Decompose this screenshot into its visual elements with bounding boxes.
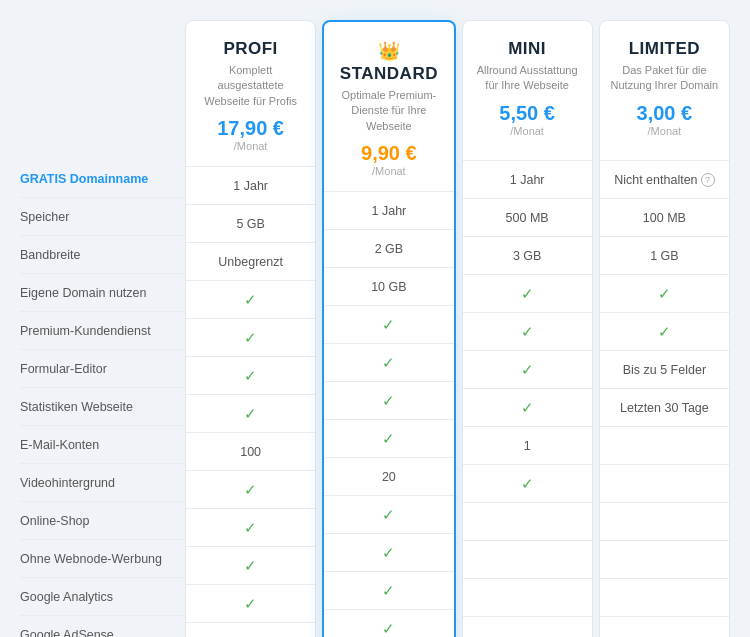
- plan-cell-mini-2: 3 GB: [463, 237, 592, 275]
- plan-cell-mini-5: ✓: [463, 351, 592, 389]
- check-icon: ✓: [382, 620, 395, 637]
- info-icon[interactable]: ?: [701, 173, 715, 187]
- plan-cell-limited-4: ✓: [600, 313, 729, 351]
- plan-period: /Monat: [372, 165, 406, 177]
- plan-name: MINI: [508, 39, 546, 59]
- plan-price: 17,90 €: [217, 117, 284, 140]
- plan-cell-profi-6: ✓: [186, 395, 315, 433]
- feature-label: Speicher: [20, 198, 185, 236]
- plan-cell-limited-7: [600, 427, 729, 465]
- plans-area: PROFIKomplett ausgestattete Webseite für…: [185, 20, 730, 637]
- plan-cell-profi-7: 100: [186, 433, 315, 471]
- check-icon: ✓: [658, 285, 671, 303]
- plan-cell-standard-2: 10 GB: [324, 268, 453, 306]
- check-icon: ✓: [658, 323, 671, 341]
- plan-cell-profi-9: ✓: [186, 509, 315, 547]
- plan-cell-profi-10: ✓: [186, 547, 315, 585]
- plan-cell-standard-5: ✓: [324, 382, 453, 420]
- check-icon: ✓: [521, 285, 534, 303]
- check-icon: ✓: [244, 519, 257, 537]
- check-icon: ✓: [244, 367, 257, 385]
- plan-cell-standard-1: 2 GB: [324, 230, 453, 268]
- plan-cell-profi-3: ✓: [186, 281, 315, 319]
- plan-cell-standard-6: ✓: [324, 420, 453, 458]
- plan-period: /Monat: [234, 140, 268, 152]
- check-icon: ✓: [382, 430, 395, 448]
- plan-period: /Monat: [648, 125, 682, 137]
- feature-label: Online-Shop: [20, 502, 185, 540]
- feature-label: Formular-Editor: [20, 350, 185, 388]
- check-icon: ✓: [521, 361, 534, 379]
- plan-limited: LIMITEDDas Paket für die Nutzung Ihrer D…: [599, 20, 730, 637]
- plan-period: /Monat: [510, 125, 544, 137]
- check-icon: ✓: [382, 544, 395, 562]
- check-icon: ✓: [244, 595, 257, 613]
- plan-cell-standard-7: 20: [324, 458, 453, 496]
- plan-cell-profi-1: 5 GB: [186, 205, 315, 243]
- plan-cell-limited-0: Nicht enthalten?: [600, 161, 729, 199]
- check-icon: ✓: [382, 582, 395, 600]
- pricing-table: GRATIS DomainnameSpeicherBandbreiteEigen…: [20, 20, 730, 637]
- plan-name: STANDARD: [340, 64, 438, 84]
- plan-cell-limited-1: 100 MB: [600, 199, 729, 237]
- plan-cell-profi-5: ✓: [186, 357, 315, 395]
- feature-label: Bandbreite: [20, 236, 185, 274]
- plan-standard: 👑STANDARDOptimale Premium-Dienste für Ih…: [322, 20, 455, 637]
- feature-label: Premium-Kundendienst: [20, 312, 185, 350]
- plan-cell-limited-6: Letzten 30 Tage: [600, 389, 729, 427]
- check-icon: ✓: [244, 405, 257, 423]
- plan-cell-limited-8: [600, 465, 729, 503]
- plan-cell-standard-10: ✓: [324, 572, 453, 610]
- plan-cell-profi-2: Unbegrenzt: [186, 243, 315, 281]
- plan-cell-standard-0: 1 Jahr: [324, 192, 453, 230]
- feature-label: Videohintergrund: [20, 464, 185, 502]
- check-icon: ✓: [244, 481, 257, 499]
- feature-label: E-Mail-Konten: [20, 426, 185, 464]
- plan-cell-profi-11: ✓: [186, 585, 315, 623]
- plan-cell-standard-9: ✓: [324, 534, 453, 572]
- plan-cell-mini-0: 1 Jahr: [463, 161, 592, 199]
- plan-name: PROFI: [223, 39, 277, 59]
- check-icon: ✓: [521, 475, 534, 493]
- plan-header-limited: LIMITEDDas Paket für die Nutzung Ihrer D…: [600, 21, 729, 161]
- plan-desc: Komplett ausgestattete Webseite für Prof…: [196, 63, 305, 109]
- plan-mini: MINIAllround Ausstattung für Ihre Websei…: [462, 20, 593, 637]
- plan-cell-mini-8: ✓: [463, 465, 592, 503]
- plan-cell-profi-12: ✓: [186, 623, 315, 637]
- check-icon: ✓: [382, 354, 395, 372]
- plan-header-standard: 👑STANDARDOptimale Premium-Dienste für Ih…: [324, 22, 453, 192]
- plan-cell-standard-11: ✓: [324, 610, 453, 637]
- plan-cell-standard-4: ✓: [324, 344, 453, 382]
- check-icon: ✓: [244, 291, 257, 309]
- plan-price: 5,50 €: [499, 102, 555, 125]
- plan-cell-profi-0: 1 Jahr: [186, 167, 315, 205]
- plan-cell-mini-9: [463, 503, 592, 541]
- plan-desc: Optimale Premium-Dienste für Ihre Websei…: [334, 88, 443, 134]
- plan-name: LIMITED: [629, 39, 701, 59]
- plan-cell-mini-3: ✓: [463, 275, 592, 313]
- plan-cell-profi-8: ✓: [186, 471, 315, 509]
- feature-label: GRATIS Domainname: [20, 160, 185, 198]
- check-icon: ✓: [382, 392, 395, 410]
- plan-cell-limited-3: ✓: [600, 275, 729, 313]
- plan-cell-mini-1: 500 MB: [463, 199, 592, 237]
- plan-profi: PROFIKomplett ausgestattete Webseite für…: [185, 20, 316, 637]
- check-icon: ✓: [521, 399, 534, 417]
- plan-header-mini: MINIAllround Ausstattung für Ihre Websei…: [463, 21, 592, 161]
- plan-cell-mini-6: ✓: [463, 389, 592, 427]
- plan-cell-limited-2: 1 GB: [600, 237, 729, 275]
- plan-cell-mini-7: 1: [463, 427, 592, 465]
- plan-cell-limited-9: [600, 503, 729, 541]
- features-column: GRATIS DomainnameSpeicherBandbreiteEigen…: [20, 20, 185, 637]
- plan-cell-profi-4: ✓: [186, 319, 315, 357]
- check-icon: ✓: [244, 557, 257, 575]
- feature-label: Google AdSense: [20, 616, 185, 637]
- plan-header-profi: PROFIKomplett ausgestattete Webseite für…: [186, 21, 315, 167]
- plan-cell-limited-10: [600, 541, 729, 579]
- feature-label: Google Analytics: [20, 578, 185, 616]
- feature-label: Ohne Webnode-Werbung: [20, 540, 185, 578]
- plan-price: 3,00 €: [637, 102, 693, 125]
- plan-price: 9,90 €: [361, 142, 417, 165]
- plan-cell-mini-12: [463, 617, 592, 637]
- check-icon: ✓: [244, 329, 257, 347]
